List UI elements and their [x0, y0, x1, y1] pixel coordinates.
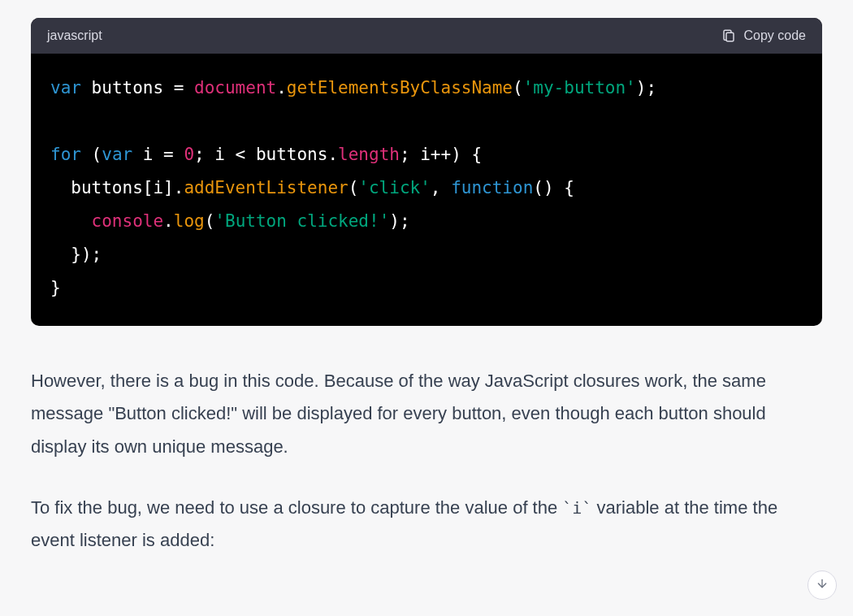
code-token: ; i < buttons. [194, 145, 338, 164]
code-token [50, 211, 92, 231]
code-token: log [174, 211, 205, 231]
code-token: . [276, 78, 287, 98]
code-token: i = [132, 145, 184, 164]
paragraph: However, there is a bug in this code. Be… [31, 365, 811, 464]
code-token: 0 [184, 145, 194, 164]
code-token: buttons[i]. [50, 178, 184, 197]
code-header: javascript Copy code [31, 18, 822, 54]
code-token: ); [389, 211, 409, 231]
code-block: javascript Copy code var buttons = docum… [31, 18, 822, 326]
paragraph: To fix the bug, we need to use a closure… [31, 492, 811, 557]
arrow-down-icon [816, 577, 829, 593]
code-token: console [92, 211, 164, 231]
code-token: ( [205, 211, 215, 231]
code-body: var buttons = document.getElementsByClas… [31, 54, 822, 326]
copy-code-label: Copy code [744, 28, 807, 43]
code-token: . [163, 211, 174, 231]
code-language-label: javascript [47, 28, 102, 43]
text: To fix the bug, we need to use a closure… [31, 497, 562, 518]
explanation-text: However, there is a bug in this code. Be… [31, 365, 811, 557]
code-token: 'click' [358, 178, 431, 197]
code-token: , [431, 178, 451, 197]
code-token: var [50, 78, 81, 98]
code-token: for [50, 145, 81, 164]
code-token: ; i++) { [400, 145, 482, 164]
code-token: function [451, 178, 533, 197]
code-token: }); [50, 245, 102, 264]
code-token: 'Button clicked!' [214, 211, 389, 231]
code-token: getElementsByClassName [287, 78, 513, 98]
code-token: ( [81, 145, 102, 164]
scroll-down-button[interactable] [808, 570, 837, 600]
code-token: 'my-button' [523, 78, 636, 98]
clipboard-icon [721, 28, 736, 44]
code-token: ); [636, 78, 656, 98]
code-token: = [163, 78, 194, 98]
svg-rect-0 [726, 33, 734, 41]
code-token: var [102, 145, 132, 164]
copy-code-button[interactable]: Copy code [721, 28, 807, 44]
code-token: length [338, 145, 400, 164]
code-token: () { [533, 178, 574, 197]
code-token: buttons [92, 78, 164, 98]
code-token: document [194, 78, 276, 98]
code-token: ( [513, 78, 523, 98]
inline-code: `i` [562, 498, 591, 518]
code-token: } [50, 278, 61, 297]
code-token: ( [349, 178, 359, 197]
code-token: addEventListener [184, 178, 348, 197]
